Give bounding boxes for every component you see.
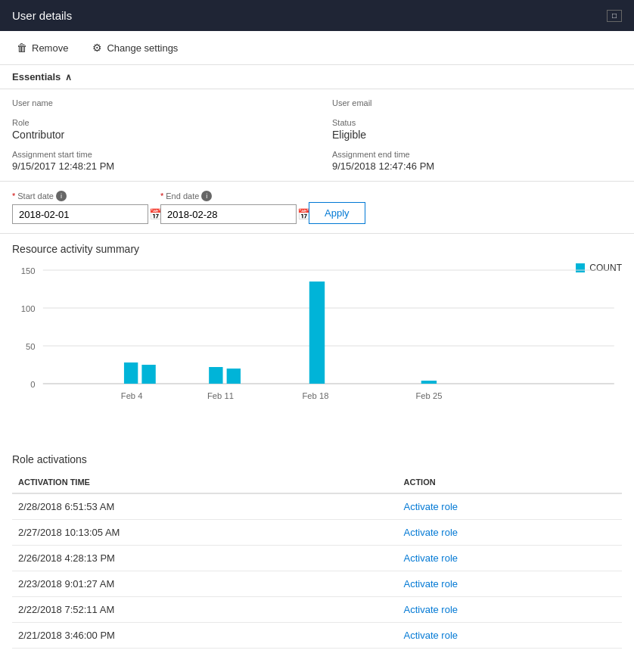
assignment-end-value: 9/15/2018 12:47:46 PM: [332, 160, 622, 172]
change-settings-button[interactable]: ⚙ Change settings: [88, 39, 182, 57]
table-row: 2/22/2018 7:52:11 AM Activate role: [12, 597, 622, 623]
svg-text:50: 50: [26, 342, 35, 351]
assignment-start-value: 9/15/2017 12:48:21 PM: [12, 160, 302, 172]
chart-area: 0 50 100 150 Feb 4 Feb 11: [12, 263, 622, 429]
assignment-start-label: Assignment start time: [12, 150, 302, 159]
start-date-label: * Start date i: [12, 191, 148, 201]
chart-container: COUNT 0 50 100 150: [12, 263, 622, 444]
assignment-end-field: Assignment end time 9/15/2018 12:47:46 P…: [332, 150, 622, 172]
svg-text:Feb 25: Feb 25: [415, 391, 442, 400]
essentials-content: User name User email Role Contributor St…: [0, 89, 634, 182]
svg-text:100: 100: [21, 304, 36, 313]
end-date-info-icon[interactable]: i: [201, 191, 212, 201]
window-title: User details: [12, 9, 72, 22]
essentials-header: Essentials ∧: [0, 65, 634, 89]
assignment-start-field: Assignment start time 9/15/2017 12:48:21…: [12, 150, 302, 172]
table-row: 2/27/2018 10:13:05 AM Activate role: [12, 520, 622, 546]
bar-feb4-2: [141, 365, 155, 384]
start-date-input-wrapper: 📅: [12, 204, 148, 224]
end-required-star: *: [160, 191, 163, 201]
end-date-input[interactable]: [167, 209, 294, 220]
toolbar: 🗑 Remove ⚙ Change settings: [0, 31, 634, 65]
essentials-chevron[interactable]: ∧: [65, 72, 72, 82]
activation-time-cell: 2/23/2018 9:01:27 AM: [12, 571, 398, 597]
svg-text:Feb 4: Feb 4: [121, 391, 143, 400]
role-activations-title: Role activations: [12, 453, 622, 465]
activation-time-cell: 2/27/2018 10:13:05 AM: [12, 520, 398, 546]
bar-feb18: [309, 282, 325, 384]
title-bar: User details □: [0, 0, 634, 31]
table-row: 2/21/2018 3:46:00 PM Activate role: [12, 623, 622, 649]
action-cell: Activate role: [398, 520, 622, 546]
remove-label: Remove: [32, 42, 68, 54]
action-cell: Activate role: [398, 546, 622, 571]
user-name-label: User name: [12, 98, 302, 107]
activate-role-link[interactable]: Activate role: [404, 501, 458, 512]
essentials-label: Essentials: [12, 71, 61, 82]
assignment-end-label: Assignment end time: [332, 150, 622, 159]
action-cell: Activate role: [398, 597, 622, 623]
role-activations-section: Role activations ACTIVATION TIME ACTION …: [0, 444, 634, 649]
gear-icon: ⚙: [92, 42, 102, 54]
start-date-info-icon[interactable]: i: [56, 191, 67, 201]
action-cell: Activate role: [398, 493, 622, 520]
bar-feb25: [421, 381, 437, 384]
activate-role-link[interactable]: Activate role: [404, 578, 458, 590]
restore-icon: □: [612, 11, 617, 20]
svg-text:0: 0: [30, 380, 35, 389]
activate-role-link[interactable]: Activate role: [404, 604, 458, 615]
role-activations-table: ACTIVATION TIME ACTION 2/28/2018 6:51:53…: [12, 473, 622, 649]
bar-feb11-2: [227, 369, 241, 384]
remove-button[interactable]: 🗑 Remove: [12, 39, 73, 57]
role-value: Contributor: [12, 129, 302, 141]
status-label: Status: [332, 118, 622, 127]
svg-text:Feb 18: Feb 18: [302, 391, 328, 400]
table-row: 2/28/2018 6:51:53 AM Activate role: [12, 493, 622, 520]
end-date-field: * End date i 📅: [160, 191, 297, 224]
end-date-label: * End date i: [160, 191, 297, 201]
role-label: Role: [12, 118, 302, 127]
chart-section: Resource activity summary COUNT 0 50 100…: [0, 234, 634, 444]
role-field: Role Contributor: [12, 118, 302, 141]
table-row: 2/23/2018 9:01:27 AM Activate role: [12, 571, 622, 597]
svg-text:150: 150: [21, 266, 36, 275]
activate-role-link[interactable]: Activate role: [404, 552, 458, 564]
action-cell: Activate role: [398, 571, 622, 597]
bar-feb11-1: [209, 367, 222, 384]
bar-feb4-1: [124, 362, 138, 384]
svg-text:Feb 11: Feb 11: [207, 391, 234, 400]
activation-time-cell: 2/28/2018 6:51:53 AM: [12, 493, 398, 520]
activate-role-link[interactable]: Activate role: [404, 630, 458, 641]
col-activation-time: ACTIVATION TIME: [12, 473, 398, 493]
user-email-field: User email: [332, 98, 622, 109]
user-name-field: User name: [12, 98, 302, 109]
table-header-row: ACTIVATION TIME ACTION: [12, 473, 622, 493]
trash-icon: 🗑: [17, 42, 27, 54]
user-email-label: User email: [332, 98, 622, 107]
chart-svg: 0 50 100 150 Feb 4 Feb 11: [12, 263, 622, 422]
status-field: Status Eligible: [332, 118, 622, 141]
col-action: ACTION: [398, 473, 622, 493]
activation-time-cell: 2/26/2018 4:28:13 PM: [12, 546, 398, 571]
restore-button[interactable]: □: [607, 10, 622, 22]
start-required-star: *: [12, 191, 15, 201]
date-filter: * Start date i 📅 * End date i 📅 Apply: [0, 182, 634, 234]
start-date-input[interactable]: [19, 209, 146, 220]
activation-time-cell: 2/21/2018 3:46:00 PM: [12, 623, 398, 649]
change-settings-label: Change settings: [107, 42, 178, 54]
action-cell: Activate role: [398, 623, 622, 649]
start-date-field: * Start date i 📅: [12, 191, 148, 224]
status-value: Eligible: [332, 129, 622, 141]
activate-role-link[interactable]: Activate role: [404, 527, 458, 538]
apply-button[interactable]: Apply: [309, 202, 365, 224]
activation-time-cell: 2/22/2018 7:52:11 AM: [12, 597, 398, 623]
table-row: 2/26/2018 4:28:13 PM Activate role: [12, 546, 622, 571]
essentials-grid: User name User email Role Contributor St…: [12, 98, 622, 172]
chart-title: Resource activity summary: [12, 243, 622, 255]
end-date-input-wrapper: 📅: [160, 204, 297, 224]
window-controls: □: [607, 10, 622, 22]
